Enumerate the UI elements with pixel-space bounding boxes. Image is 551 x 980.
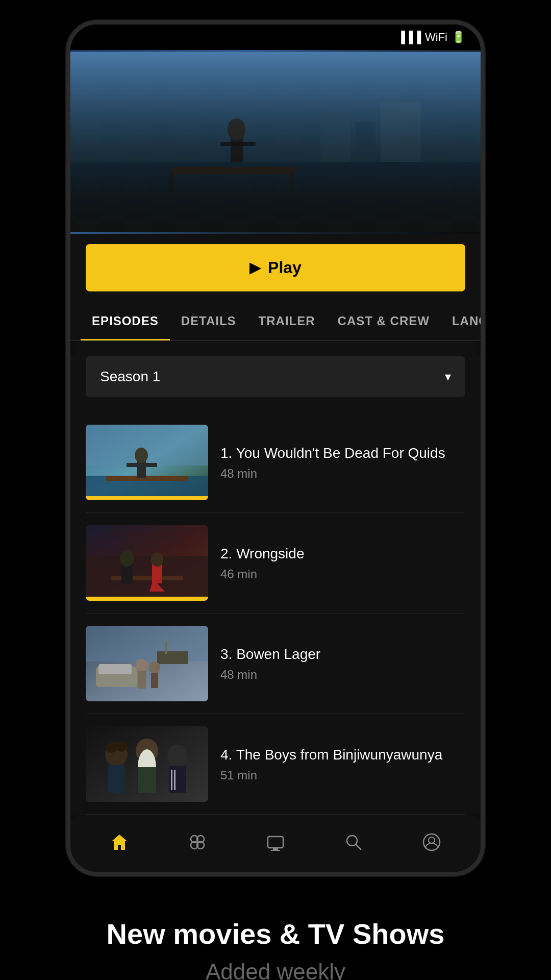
nav-item-search[interactable] <box>344 832 363 856</box>
battery-icon: 🔋 <box>452 31 465 44</box>
episode-thumbnail <box>86 626 208 701</box>
svg-rect-18 <box>127 463 157 467</box>
svg-point-17 <box>135 448 148 463</box>
svg-point-48 <box>167 745 188 767</box>
movies-icon <box>188 832 207 856</box>
chevron-down-icon: ▾ <box>445 370 451 384</box>
svg-rect-11 <box>70 52 481 232</box>
nav-item-tv[interactable] <box>266 832 285 856</box>
play-label: Play <box>268 258 302 277</box>
tv-icon <box>266 832 285 856</box>
svg-point-35 <box>136 659 148 672</box>
tab-episodes[interactable]: EPISODES <box>81 302 170 340</box>
profile-icon <box>422 832 441 856</box>
home-icon <box>110 832 129 856</box>
svg-rect-56 <box>268 837 283 848</box>
episode-duration: 46 min <box>220 567 465 581</box>
tab-languages[interactable]: LANGUAGES <box>441 302 481 340</box>
phone-frame: ▐▐▐ WiFi 🔋 <box>66 20 485 876</box>
svg-rect-38 <box>151 673 158 688</box>
svg-rect-36 <box>138 671 146 689</box>
tab-trailer[interactable]: TRAILER <box>247 302 327 340</box>
wifi-icon: WiFi <box>425 31 447 44</box>
play-icon: ▶ <box>249 259 261 276</box>
nav-tabs: EPISODES DETAILS TRAILER CAST & CREW LAN… <box>70 302 481 341</box>
play-section: ▶ Play <box>70 234 481 302</box>
episode-info: 2. Wrongside 46 min <box>220 545 465 581</box>
hero-image <box>70 50 481 234</box>
svg-rect-32 <box>98 664 132 674</box>
episode-title: 1. You Wouldn't Be Dead For Quids <box>220 444 465 462</box>
svg-rect-33 <box>157 651 188 664</box>
nav-item-movies[interactable] <box>188 832 207 856</box>
svg-rect-44 <box>108 765 124 793</box>
episode-duration: 48 min <box>220 668 465 682</box>
episode-thumbnail <box>86 525 208 601</box>
episode-duration: 48 min <box>220 467 465 481</box>
tab-cast-crew[interactable]: CAST & CREW <box>327 302 441 340</box>
episode-title: 2. Wrongside <box>220 545 465 563</box>
svg-point-62 <box>429 837 435 843</box>
promo-subtitle: Added weekly <box>20 959 531 980</box>
episodes-content: Season 1 ▾ <box>70 356 481 815</box>
svg-rect-57 <box>273 848 278 850</box>
signal-icon: ▐▐▐ <box>397 31 421 44</box>
season-dropdown[interactable]: Season 1 ▾ <box>86 356 465 397</box>
episode-thumbnail <box>86 425 208 500</box>
svg-point-43 <box>109 742 124 750</box>
episode-title: 4. The Boys from Binjiwunyawunya <box>220 746 465 764</box>
play-button[interactable]: ▶ Play <box>86 244 465 291</box>
svg-point-24 <box>120 550 134 567</box>
episode-info: 3. Bowen Lager 48 min <box>220 645 465 682</box>
svg-rect-13 <box>86 425 208 465</box>
svg-rect-58 <box>271 850 280 851</box>
season-label: Season 1 <box>100 369 160 385</box>
svg-rect-30 <box>86 626 208 662</box>
episode-list: 1. You Wouldn't Be Dead For Quids 48 min <box>86 412 465 815</box>
svg-rect-19 <box>86 496 208 500</box>
episode-item[interactable]: 2. Wrongside 46 min <box>86 513 465 614</box>
svg-point-37 <box>149 662 160 674</box>
svg-rect-28 <box>86 597 208 601</box>
svg-rect-47 <box>138 767 156 793</box>
svg-rect-50 <box>171 770 172 790</box>
episode-thumbnail <box>86 726 208 802</box>
bottom-nav <box>70 820 481 872</box>
episode-item[interactable]: 3. Bowen Lager 48 min <box>86 614 465 714</box>
episode-item[interactable]: 4. The Boys from Binjiwunyawunya 51 min <box>86 714 465 815</box>
nav-item-profile[interactable] <box>422 832 441 856</box>
tab-details[interactable]: DETAILS <box>170 302 247 340</box>
episode-info: 1. You Wouldn't Be Dead For Quids 48 min <box>220 444 465 481</box>
episode-info: 4. The Boys from Binjiwunyawunya 51 min <box>220 746 465 782</box>
svg-rect-51 <box>174 770 176 790</box>
episode-item[interactable]: 1. You Wouldn't Be Dead For Quids 48 min <box>86 412 465 513</box>
svg-point-26 <box>151 552 163 567</box>
episode-duration: 51 min <box>220 768 465 782</box>
search-icon <box>344 832 363 856</box>
promo-section: New movies & TV Shows Added weekly <box>0 876 551 980</box>
svg-line-60 <box>356 845 361 850</box>
episode-title: 3. Bowen Lager <box>220 645 465 664</box>
status-bar: ▐▐▐ WiFi 🔋 <box>70 24 481 50</box>
svg-rect-34 <box>165 641 167 654</box>
svg-rect-15 <box>106 476 188 481</box>
promo-title: New movies & TV Shows <box>20 917 531 951</box>
nav-item-home[interactable] <box>110 832 129 856</box>
